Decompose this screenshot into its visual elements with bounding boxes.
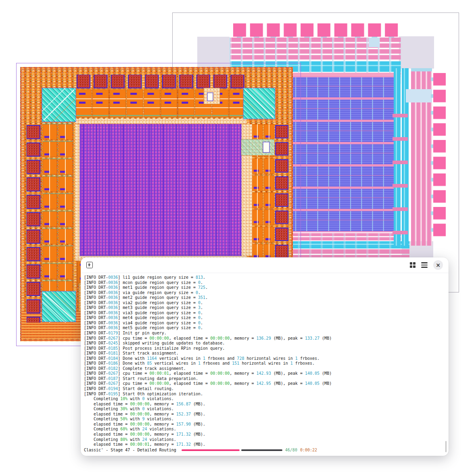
- log-line: [INFO DRT-0186] Done with 85 vertical wi…: [84, 361, 445, 366]
- log-line: [INFO DRT-0184] Done with 1164 vertical …: [84, 356, 445, 361]
- close-icon[interactable]: ×: [433, 260, 443, 270]
- log-line: [INFO DRT-0036] met4 guide region query …: [84, 315, 445, 321]
- routing-core: [80, 124, 241, 256]
- log-line: [INFO DRT-0036] via2 guide region query …: [84, 301, 445, 306]
- log-line: [INFO DRT-0182] Complete track assignmen…: [84, 366, 445, 372]
- log-line: Completing 30% with 0 violations.: [84, 407, 445, 412]
- log-output[interactable]: [INFO DRT-0036] li1 guide region query s…: [81, 273, 449, 453]
- progress-bar-completed: [182, 449, 240, 451]
- log-line: [INFO DRT-0181] Start track assignment.: [84, 351, 445, 356]
- log-line: [INFO DRT-0194] Start detail routing.: [84, 386, 445, 392]
- log-line: Completing 80% with 24 violations.: [84, 437, 445, 443]
- status-row: Classic' - Stage 47 - Detailed Routing 4…: [84, 448, 445, 453]
- log-window: × [INFO DRT-0036] li1 guide region query…: [81, 257, 449, 456]
- log-line: [INFO DRT-0245] skipped writing guide up…: [84, 341, 445, 346]
- log-line: [INFO DRT-0267] cpu time = 00:00:01, ela…: [84, 371, 445, 376]
- log-line: [INFO DRT-0179] Init gr pin query.: [84, 331, 445, 336]
- routing-highlight-block-right: [241, 139, 274, 155]
- macro-right-bus: [392, 68, 432, 246]
- log-lines: [INFO DRT-0036] li1 guide region query s…: [84, 275, 445, 447]
- macro-top-pad-row: [233, 23, 401, 40]
- elapsed-time: 0:00:22: [300, 448, 317, 453]
- log-line: [INFO DRT-0036] li1 guide region query s…: [84, 275, 445, 280]
- grid-view-icon[interactable]: [410, 262, 416, 268]
- log-line: [INFO DRT-0185] Post process initialize …: [84, 346, 445, 351]
- log-line: [INFO DRT-0036] met2 guide region query …: [84, 295, 445, 301]
- log-line: [INFO DRT-0036] mcon guide region query …: [84, 280, 445, 286]
- log-line: elapsed time = 00:00:00, memory = 171.32…: [84, 432, 445, 437]
- log-line: [INFO DRT-0267] cpu time = 00:00:00, ela…: [84, 336, 445, 341]
- progress-fraction: 46/80: [285, 448, 297, 453]
- log-line: elapsed time = 00:00:00, memory = 156.87…: [84, 402, 445, 407]
- routing-highlight-block-top: [204, 88, 220, 104]
- routing-top-pad-row: [75, 75, 247, 124]
- log-line: elapsed time = 00:00:00, memory = 157.90…: [84, 422, 445, 427]
- log-line: [INFO DRT-0195] Start 0th optimization i…: [84, 392, 445, 397]
- expand-plus-icon[interactable]: [86, 262, 93, 268]
- log-line: elapsed time = 00:00:00, memory = 152.37…: [84, 412, 445, 417]
- log-line: [INFO DRT-0036] met3 guide region query …: [84, 305, 445, 311]
- progress-bar: [182, 449, 282, 451]
- log-line: [INFO DRT-0187] Start routing data prepa…: [84, 376, 445, 382]
- log-line: [INFO DRT-0036] via guide region query s…: [84, 290, 445, 296]
- routing-corner-top-left: [42, 88, 76, 122]
- log-line: elapsed time = 00:00:01, memory = 171.32…: [84, 442, 445, 447]
- macro-right-pad-column: [431, 73, 446, 240]
- scrollbar-thumb[interactable]: [445, 441, 447, 452]
- log-line: Completing 60% with 24 violations.: [84, 427, 445, 432]
- status-label: Classic' - Stage 47 - Detailed Routing: [84, 448, 179, 453]
- log-line: [INFO DRT-0036] via3 guide region query …: [84, 311, 445, 316]
- menu-icon[interactable]: [421, 262, 428, 268]
- log-window-header: ×: [81, 257, 449, 273]
- log-line: [INFO DRT-0036] via4 guide region query …: [84, 321, 445, 326]
- log-line: Completing 10% with 0 violations.: [84, 397, 445, 402]
- routing-corner-top-right: [243, 88, 275, 119]
- log-line: [INFO DRT-0267] cpu time = 00:00:00, ela…: [84, 381, 445, 386]
- routing-corner-bottom-left: [42, 291, 76, 322]
- progress-bar-remaining: [241, 449, 282, 451]
- log-line: [INFO DRT-0036] met1 guide region query …: [84, 285, 445, 290]
- log-line: Completing 50% with 9 violations.: [84, 417, 445, 422]
- log-line: [INFO DRT-0036] met5 guide region query …: [84, 326, 445, 331]
